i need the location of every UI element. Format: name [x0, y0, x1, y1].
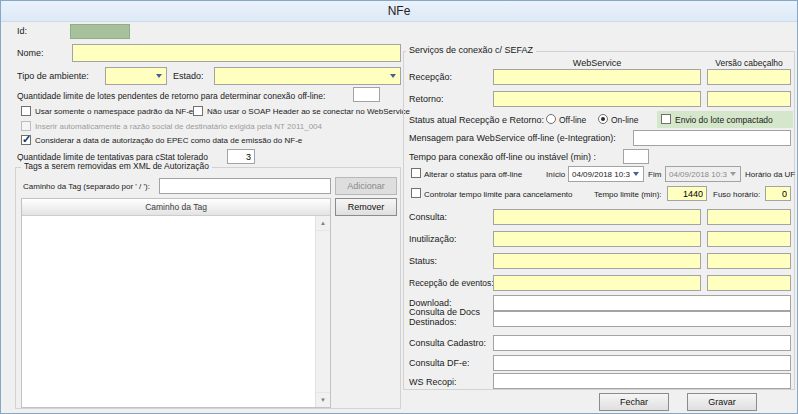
recepcao-versao-input[interactable]: [707, 69, 791, 85]
fim-label: Fim: [648, 170, 661, 179]
tempo-limite-label: Tempo limite (min):: [594, 190, 662, 199]
ws-recopi-input[interactable]: [493, 373, 791, 389]
fim-datetime-picker: 04/09/2018 10:39: [665, 166, 741, 182]
consulta-label: Consulta:: [409, 212, 447, 222]
status-atual-label: Status atual Recepção e Retorno:: [409, 115, 544, 125]
inicio-datetime-picker[interactable]: 04/09/2018 10:38: [568, 166, 644, 182]
download-input[interactable]: [493, 295, 791, 311]
horario-uf-label: Horário da UF: [745, 170, 795, 179]
soap-header-checkbox-label: Não usar o SOAP Header ao se conectar no…: [207, 107, 410, 116]
dropdown-arrow-icon: [156, 74, 162, 78]
consulta-docs-label: Consulta de Docs Destinados:: [409, 307, 489, 327]
ws-recopi-label: WS Recopi:: [409, 377, 457, 387]
fim-datetime-value: 04/09/2018 10:39: [669, 170, 727, 179]
status-label: Status:: [409, 256, 437, 266]
consulta-docs-input[interactable]: [493, 311, 791, 327]
services-group-title: Serviços de conexão c/ SEFAZ: [406, 45, 536, 55]
inicio-label: Início: [546, 170, 565, 179]
dropdown-arrow-icon: [730, 172, 736, 176]
inicio-datetime-value: 04/09/2018 10:38: [572, 170, 630, 179]
tempo-conexao-label: Tempo para conexão off-line ou instável …: [409, 152, 596, 162]
online-radio-label[interactable]: On-line: [611, 115, 638, 125]
webservice-column-header: WebService: [493, 58, 701, 68]
inutilizacao-label: Inutilização:: [409, 234, 457, 244]
consulta-webservice-input[interactable]: [493, 209, 701, 225]
epec-checkbox-label: Considerar a data de autorização do EPEC…: [35, 136, 302, 145]
close-button[interactable]: Fechar: [599, 393, 669, 411]
mensagem-offline-input[interactable]: [633, 130, 791, 146]
cstat-limit-input[interactable]: [227, 149, 255, 164]
scroll-down-icon[interactable]: ▼: [316, 392, 330, 407]
fuso-horario-input[interactable]: [765, 186, 791, 201]
tags-table-header[interactable]: Caminho da Tag: [22, 199, 330, 216]
online-radio[interactable]: [598, 114, 608, 124]
estado-label: Estado:: [173, 71, 204, 81]
controlar-tempo-label: Controlar tempo limite para cancelamento: [424, 190, 573, 199]
recepcao-eventos-webservice-input[interactable]: [493, 275, 701, 291]
epec-checkbox[interactable]: [21, 135, 31, 145]
consulta-cadastro-label: Consulta Cadastro:: [409, 338, 486, 348]
retorno-versao-input[interactable]: [707, 91, 791, 107]
status-versao-input[interactable]: [707, 253, 791, 269]
status-webservice-input[interactable]: [493, 253, 701, 269]
tempo-conexao-input[interactable]: [623, 149, 649, 164]
estado-select[interactable]: [214, 67, 401, 85]
retorno-label: Retorno:: [409, 94, 444, 104]
recepcao-eventos-label: Recepção de eventos:: [409, 278, 494, 288]
alterar-status-checkbox[interactable]: [411, 168, 421, 178]
recepcao-label: Recepção:: [409, 72, 452, 82]
lotes-limit-input[interactable]: [353, 87, 380, 102]
soap-header-checkbox[interactable]: [193, 106, 203, 116]
dropdown-arrow-icon: [390, 74, 396, 78]
recepcao-webservice-input[interactable]: [493, 69, 701, 85]
fuso-horario-label: Fuso horário:: [713, 190, 760, 199]
nome-label: Nome:: [17, 48, 44, 58]
id-value-box: [70, 24, 130, 39]
retorno-webservice-input[interactable]: [493, 91, 701, 107]
titlebar[interactable]: NFe: [1, 1, 797, 22]
tag-path-input[interactable]: [159, 178, 331, 194]
inutilizacao-versao-input[interactable]: [707, 231, 791, 247]
window-title: NFe: [388, 4, 411, 18]
tags-group-title: Tags a serem removidas em XML de Autoriz…: [21, 161, 212, 171]
consulta-dfe-label: Consulta DF-e:: [409, 358, 470, 368]
consulta-cadastro-input[interactable]: [493, 335, 791, 351]
razao-social-checkbox: [21, 121, 31, 131]
add-tag-button[interactable]: Adicionar: [335, 177, 397, 195]
controlar-tempo-checkbox[interactable]: [411, 188, 421, 198]
nfe-window: NFe Id: Nome: Tipo de ambiente: Estado: …: [0, 0, 798, 414]
consulta-versao-input[interactable]: [707, 209, 791, 225]
save-button[interactable]: Gravar: [687, 393, 757, 411]
versao-column-header: Versão cabeçalho: [707, 58, 791, 68]
tipo-ambiente-label: Tipo de ambiente:: [17, 71, 89, 81]
consulta-dfe-input[interactable]: [493, 355, 791, 371]
recepcao-eventos-versao-input[interactable]: [707, 275, 791, 291]
tipo-ambiente-select[interactable]: [105, 67, 167, 85]
offline-radio-label[interactable]: Off-line: [559, 115, 586, 125]
offline-radio[interactable]: [546, 114, 556, 124]
tag-path-label: Caminho da Tag (separado por ' / '):: [23, 182, 150, 191]
tags-table: Caminho da Tag ▲ ▼: [21, 198, 331, 408]
remove-tag-button[interactable]: Remover: [335, 198, 397, 216]
inutilizacao-webservice-input[interactable]: [493, 231, 701, 247]
lotes-limit-label: Quantidade limite de lotes pendentes de …: [17, 91, 325, 101]
tags-table-scrollbar[interactable]: ▲ ▼: [315, 216, 330, 407]
envio-compactado-label: Envio do lote compactado: [675, 115, 773, 125]
envio-compactado-checkbox[interactable]: [661, 114, 671, 124]
dropdown-arrow-icon: [633, 172, 639, 176]
mensagem-offline-label: Mensagem para WebService off-line (e-Int…: [409, 133, 616, 143]
nome-input[interactable]: [72, 44, 401, 62]
namespace-checkbox-label: Usar somente o namespace padrão da NF-e: [35, 107, 193, 116]
namespace-checkbox[interactable]: [21, 106, 31, 116]
id-label: Id:: [17, 26, 27, 36]
razao-social-checkbox-label: Inserir automaticamente a razão social d…: [35, 122, 322, 131]
scroll-up-icon[interactable]: ▲: [316, 216, 330, 231]
tempo-limite-input[interactable]: [667, 186, 707, 201]
alterar-status-label: Alterar o status para off-line: [424, 170, 522, 179]
